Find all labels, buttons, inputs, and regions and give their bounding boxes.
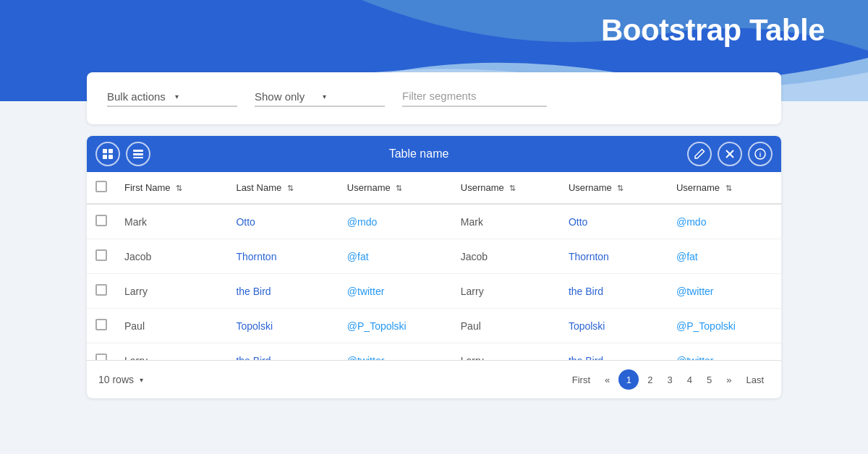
- row-checkbox-0[interactable]: [95, 215, 107, 226]
- row-checkbox-1[interactable]: [95, 249, 107, 261]
- col-header-username3-label: Username: [569, 182, 612, 193]
- select-all-checkbox[interactable]: [95, 181, 107, 192]
- pagination-page-3[interactable]: 3: [661, 372, 678, 388]
- filter-bar: Bulk actions ▾ Show only ▾: [87, 72, 781, 124]
- list-view-button[interactable]: [126, 142, 150, 166]
- username-sort-icon: ⇅: [396, 184, 402, 192]
- bulk-actions-arrow-icon: ▾: [175, 93, 237, 100]
- row-checkbox-2[interactable]: [95, 284, 107, 296]
- table-left-icons: [95, 142, 150, 166]
- cell-first-name: Larry: [116, 274, 227, 309]
- svg-text:i: i: [760, 151, 762, 158]
- table-row: Larrythe Bird@twitterLarrythe Bird@twitt…: [87, 274, 781, 309]
- cell-first-name: Paul: [116, 309, 227, 343]
- col-header-last-name-label: Last Name: [236, 182, 281, 193]
- table-row: JacobThornton@fatJacobThornton@fat: [87, 239, 781, 274]
- cell-username3: Otto: [560, 204, 668, 239]
- cell-last-name: Otto: [227, 204, 338, 239]
- cell-username2: Jacob: [452, 239, 560, 274]
- bulk-actions-select[interactable]: Bulk actions ▾: [107, 90, 237, 107]
- info-button[interactable]: i: [748, 142, 773, 166]
- username3-sort-icon: ⇅: [617, 184, 624, 192]
- close-icon: [724, 148, 736, 160]
- col-header-username4-label: Username: [676, 182, 720, 193]
- cell-last-name: the Bird: [227, 274, 338, 309]
- cell-username2: Larry: [452, 343, 560, 361]
- table-header-bar: Table name i: [87, 136, 781, 172]
- svg-rect-5: [133, 150, 143, 152]
- cell-last-name: the Bird: [227, 343, 338, 361]
- page-title: Bootstrap Table: [601, 13, 825, 48]
- table-row: Larrythe Bird@twitterLarrythe Bird@twitt…: [87, 343, 781, 361]
- pagination: First « 1 2 3 4 5 » Last: [566, 369, 770, 390]
- table-footer: 10 rows ▾ First « 1 2 3 4 5 » Last: [87, 360, 781, 398]
- rows-per-page-arrow-icon: ▾: [140, 376, 143, 384]
- username4-sort-icon: ⇅: [726, 184, 732, 192]
- pagination-next[interactable]: »: [720, 372, 737, 388]
- table-title: Table name: [150, 147, 687, 160]
- username2-sort-icon: ⇅: [509, 184, 516, 192]
- pagination-last[interactable]: Last: [740, 372, 770, 388]
- cell-username3: the Bird: [560, 343, 668, 361]
- cell-username2: Larry: [452, 274, 560, 309]
- col-header-first-name-label: First Name: [124, 182, 171, 193]
- cell-username2: Paul: [452, 309, 560, 343]
- svg-rect-7: [133, 157, 143, 158]
- main-content: Bulk actions ▾ Show only ▾: [87, 72, 781, 398]
- col-header-username3[interactable]: Username ⇅: [560, 172, 668, 204]
- cell-username3: Topolski: [560, 309, 668, 343]
- cell-username4: @mdo: [668, 204, 781, 239]
- rows-per-page-label: 10 rows: [98, 374, 134, 385]
- cell-username3: the Bird: [560, 274, 668, 309]
- col-header-first-name[interactable]: First Name ⇅: [116, 172, 227, 204]
- table-card: Table name i: [87, 136, 781, 398]
- info-icon: i: [754, 148, 766, 160]
- table-row: MarkOtto@mdoMarkOtto@mdo: [87, 204, 781, 239]
- first-name-sort-icon: ⇅: [176, 184, 182, 192]
- show-only-arrow-icon: ▾: [323, 93, 385, 100]
- show-only-select[interactable]: Show only ▾: [255, 90, 385, 107]
- row-checkbox-4[interactable]: [95, 354, 107, 360]
- cell-username4: @fat: [668, 239, 781, 274]
- table-row: PaulTopolski@P_TopolskiPaulTopolski@P_To…: [87, 309, 781, 343]
- col-header-username[interactable]: Username ⇅: [339, 172, 452, 204]
- row-checkbox-3[interactable]: [95, 319, 107, 330]
- col-header-username2-label: Username: [461, 182, 504, 193]
- col-header-username4[interactable]: Username ⇅: [668, 172, 781, 204]
- last-name-sort-icon: ⇅: [287, 184, 294, 192]
- pagination-page-4[interactable]: 4: [681, 372, 698, 388]
- edit-icon: [694, 148, 705, 160]
- filter-segments-input-wrapper[interactable]: [402, 90, 547, 107]
- select-all-header[interactable]: [87, 172, 116, 204]
- cell-last-name: Thornton: [227, 239, 338, 274]
- cell-username3: Thornton: [560, 239, 668, 274]
- cell-username: @twitter: [339, 343, 452, 361]
- pagination-prev[interactable]: «: [599, 372, 616, 388]
- cell-username2: Mark: [452, 204, 560, 239]
- grid-icon: [102, 148, 114, 160]
- col-header-username-label: Username: [347, 182, 391, 193]
- col-header-last-name[interactable]: Last Name ⇅: [227, 172, 338, 204]
- cell-username4: @twitter: [668, 274, 781, 309]
- pagination-page-2[interactable]: 2: [642, 372, 658, 388]
- cell-username4: @P_Topolski: [668, 309, 781, 343]
- table-right-icons: i: [687, 142, 773, 166]
- rows-per-page-select[interactable]: 10 rows ▾: [98, 374, 143, 385]
- data-table: First Name ⇅ Last Name ⇅ Username ⇅ Us: [87, 172, 781, 360]
- svg-rect-6: [133, 153, 143, 155]
- pagination-page-1[interactable]: 1: [618, 369, 639, 390]
- filter-segments-input[interactable]: [402, 90, 547, 102]
- pagination-first[interactable]: First: [566, 372, 596, 388]
- edit-button[interactable]: [687, 142, 712, 166]
- cell-username: @mdo: [339, 204, 452, 239]
- grid-view-button[interactable]: [95, 142, 120, 166]
- bulk-actions-label: Bulk actions: [107, 90, 169, 103]
- cell-username: @twitter: [339, 274, 452, 309]
- pagination-page-5[interactable]: 5: [701, 372, 718, 388]
- col-header-username2[interactable]: Username ⇅: [452, 172, 560, 204]
- close-button[interactable]: [718, 142, 742, 166]
- cell-first-name: Larry: [116, 343, 227, 361]
- list-icon: [132, 148, 144, 160]
- cell-first-name: Mark: [116, 204, 227, 239]
- table-scroll-wrapper[interactable]: First Name ⇅ Last Name ⇅ Username ⇅ Us: [87, 172, 781, 360]
